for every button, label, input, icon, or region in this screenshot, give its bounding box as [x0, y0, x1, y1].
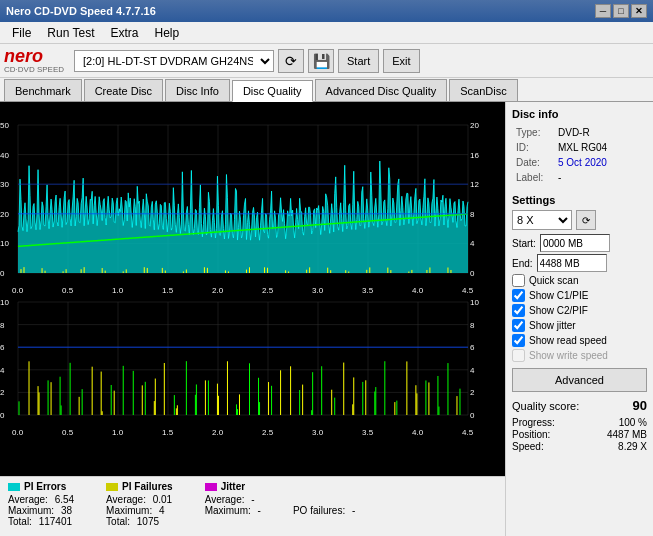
legend-pi-failures: PI Failures Average: 0.01 Maximum: 4 Tot…	[106, 481, 173, 527]
end-row: End:	[512, 254, 647, 272]
show-jitter-checkbox[interactable]	[512, 319, 525, 332]
show-write-speed-row: Show write speed	[512, 349, 647, 362]
settings-section: Settings 8 X ⟳ Start: End: Quick scan	[512, 194, 647, 392]
disc-type-row: Type: DVD-R	[514, 126, 645, 139]
jitter-average: Average: -	[205, 494, 261, 505]
show-read-speed-row[interactable]: Show read speed	[512, 334, 647, 347]
menu-extra[interactable]: Extra	[102, 24, 146, 42]
pi-failures-title: PI Failures	[122, 481, 173, 492]
pi-errors-title: PI Errors	[24, 481, 66, 492]
menu-run-test[interactable]: Run Test	[39, 24, 102, 42]
progress-row: Progress: 100 %	[512, 417, 647, 428]
tab-scan-disc[interactable]: ScanDisc	[449, 79, 517, 101]
legend-jitter: Jitter Average: - Maximum: -	[205, 481, 261, 516]
maximize-button[interactable]: □	[613, 4, 629, 18]
jitter-title: Jitter	[221, 481, 245, 492]
top-chart-canvas	[0, 120, 490, 295]
window-controls: ─ □ ✕	[595, 4, 647, 18]
show-c1pie-checkbox[interactable]	[512, 289, 525, 302]
jitter-maximum: Maximum: -	[205, 505, 261, 516]
bottom-chart-canvas	[0, 297, 490, 437]
close-button[interactable]: ✕	[631, 4, 647, 18]
end-input[interactable]	[537, 254, 607, 272]
chart-area: recorded with PLEXTOR PX-891SAF PLUS 50 …	[0, 102, 505, 536]
nero-logo: nero CD·DVD SPEED	[4, 47, 64, 74]
save-icon-button[interactable]: 💾	[308, 49, 334, 73]
pi-failures-total: Total: 1075	[106, 516, 173, 527]
exit-button[interactable]: Exit	[383, 49, 419, 73]
menu-bar: File Run Test Extra Help	[0, 22, 653, 44]
tab-advanced-disc-quality[interactable]: Advanced Disc Quality	[315, 79, 448, 101]
refresh-icon-button[interactable]: ⟳	[278, 49, 304, 73]
speed-row-progress: Speed: 8.29 X	[512, 441, 647, 452]
pi-errors-total: Total: 117401	[8, 516, 74, 527]
advanced-button[interactable]: Advanced	[512, 368, 647, 392]
position-row: Position: 4487 MB	[512, 429, 647, 440]
jitter-color-swatch	[205, 483, 217, 491]
right-panel: Disc info Type: DVD-R ID: MXL RG04 Date:…	[505, 102, 653, 536]
disc-label-row: Label: -	[514, 171, 645, 184]
show-write-speed-checkbox	[512, 349, 525, 362]
tab-benchmark[interactable]: Benchmark	[4, 79, 82, 101]
tab-disc-info[interactable]: Disc Info	[165, 79, 230, 101]
app-title: Nero CD-DVD Speed 4.7.7.16	[6, 5, 595, 17]
minimize-button[interactable]: ─	[595, 4, 611, 18]
pi-errors-maximum: Maximum: 38	[8, 505, 74, 516]
refresh-settings-button[interactable]: ⟳	[576, 210, 596, 230]
pi-failures-color-swatch	[106, 483, 118, 491]
settings-title: Settings	[512, 194, 647, 206]
tab-create-disc[interactable]: Create Disc	[84, 79, 163, 101]
toolbar: nero CD·DVD SPEED [2:0] HL-DT-ST DVDRAM …	[0, 44, 653, 78]
pi-failures-maximum: Maximum: 4	[106, 505, 173, 516]
start-button[interactable]: Start	[338, 49, 379, 73]
quality-score-value: 90	[633, 398, 647, 413]
menu-help[interactable]: Help	[147, 24, 188, 42]
show-c2pif-checkbox[interactable]	[512, 304, 525, 317]
disc-info-title: Disc info	[512, 108, 647, 120]
start-input[interactable]	[540, 234, 610, 252]
quality-score-row: Quality score: 90	[512, 398, 647, 413]
pi-errors-average: Average: 6.54	[8, 494, 74, 505]
menu-file[interactable]: File	[4, 24, 39, 42]
progress-section: Progress: 100 % Position: 4487 MB Speed:…	[512, 417, 647, 452]
quickscan-checkbox[interactable]	[512, 274, 525, 287]
speed-selector[interactable]: 8 X	[512, 210, 572, 230]
start-row: Start:	[512, 234, 647, 252]
pi-failures-average: Average: 0.01	[106, 494, 173, 505]
quality-score-label: Quality score:	[512, 400, 579, 412]
legend-pi-errors: PI Errors Average: 6.54 Maximum: 38 Tota…	[8, 481, 74, 527]
tab-disc-quality[interactable]: Disc Quality	[232, 80, 313, 102]
drive-selector[interactable]: [2:0] HL-DT-ST DVDRAM GH24NSD0 LH00	[74, 50, 274, 72]
main-content: recorded with PLEXTOR PX-891SAF PLUS 50 …	[0, 102, 653, 536]
quickscan-row[interactable]: Quick scan	[512, 274, 647, 287]
disc-id-row: ID: MXL RG04	[514, 141, 645, 154]
show-read-speed-checkbox[interactable]	[512, 334, 525, 347]
disc-date-row: Date: 5 Oct 2020	[514, 156, 645, 169]
show-jitter-row[interactable]: Show jitter	[512, 319, 647, 332]
legend-po-failures: PO failures: -	[293, 505, 355, 516]
tab-bar: Benchmark Create Disc Disc Info Disc Qua…	[0, 78, 653, 102]
disc-info-table: Type: DVD-R ID: MXL RG04 Date: 5 Oct 202…	[512, 124, 647, 186]
pi-errors-color-swatch	[8, 483, 20, 491]
show-c1pie-row[interactable]: Show C1/PIE	[512, 289, 647, 302]
show-c2pif-row[interactable]: Show C2/PIF	[512, 304, 647, 317]
speed-row: 8 X ⟳	[512, 210, 647, 230]
title-bar: Nero CD-DVD Speed 4.7.7.16 ─ □ ✕	[0, 0, 653, 22]
